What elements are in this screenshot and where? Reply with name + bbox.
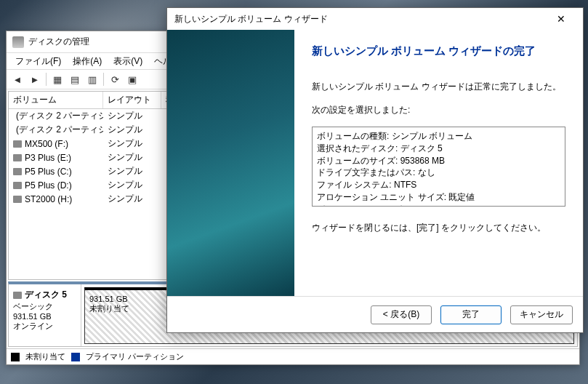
- disk-label: ディスク 5: [25, 289, 67, 301]
- legend-unalloc-icon: [11, 353, 20, 361]
- menu-view[interactable]: 表示(V): [108, 55, 148, 68]
- cancel-button[interactable]: キャンセル: [510, 305, 573, 324]
- wizard-summary-box[interactable]: ボリュームの種類: シンプル ボリューム選択されたディスク: ディスク 5ボリュ…: [312, 127, 565, 207]
- wizard-footer: < 戻る(B) 完了 キャンセル: [167, 296, 583, 332]
- refresh-icon[interactable]: ⟳: [107, 71, 123, 87]
- legend-primary-icon: [71, 353, 80, 361]
- volume-layout: シンプル: [103, 137, 161, 150]
- volume-name: MX500 (F:): [25, 139, 68, 149]
- col-volume[interactable]: ボリューム: [9, 92, 103, 108]
- volume-name: (ディスク 2 パーティシ...: [16, 110, 103, 122]
- drive-icon: [13, 196, 22, 203]
- volume-layout: シンプル: [103, 193, 161, 205]
- volume-layout: シンプル: [103, 124, 161, 136]
- drive-icon: [13, 168, 22, 175]
- finish-button[interactable]: 完了: [440, 305, 502, 324]
- volume-name: P3 Plus (E:): [25, 153, 71, 163]
- wizard-close-msg: ウィザードを閉じるには、[完了] をクリックしてください。: [312, 221, 565, 234]
- toolbar-btn-5[interactable]: ▣: [124, 71, 140, 87]
- drive-icon: [13, 182, 22, 189]
- disk-status: オンライン: [13, 321, 76, 332]
- volume-layout: シンプル: [103, 165, 161, 177]
- wizard-body: 新しいシンプル ボリューム ウィザードの完了 新しいシンプル ボリューム ウィザ…: [167, 30, 583, 296]
- dm-statusbar: 未割り当て プライマリ パーティション: [7, 348, 579, 364]
- wizard-done-msg: 新しいシンプル ボリューム ウィザードは正常に完了しました。: [312, 80, 565, 93]
- summary-line: ボリュームの種類: シンプル ボリューム: [317, 130, 560, 143]
- summary-line: ボリューム ラベル: ボリューム: [317, 204, 560, 207]
- back-icon[interactable]: ◄: [9, 71, 25, 87]
- wizard-titlebar[interactable]: 新しいシンプル ボリューム ウィザード ✕: [167, 8, 583, 30]
- summary-line: ボリュームのサイズ: 953868 MB: [317, 155, 560, 167]
- wizard-main: 新しいシンプル ボリューム ウィザードの完了 新しいシンプル ボリューム ウィザ…: [294, 30, 583, 296]
- forward-icon[interactable]: ►: [27, 71, 43, 87]
- disk-icon: [13, 292, 22, 299]
- volume-layout: シンプル: [103, 151, 161, 164]
- drive-icon: [13, 154, 22, 161]
- menu-file[interactable]: ファイル(F): [9, 55, 67, 68]
- volume-name: (ディスク 2 パーティシ...: [16, 124, 103, 136]
- volume-name: ST2000 (H:): [25, 194, 72, 204]
- wizard-side-graphic: [167, 30, 294, 296]
- back-button[interactable]: < 戻る(B): [371, 305, 432, 324]
- disk-mgmt-icon: [12, 36, 24, 48]
- summary-line: ファイル システム: NTFS: [317, 179, 560, 191]
- volume-name: P5 Plus (C:): [25, 167, 72, 177]
- toolbar-btn-2[interactable]: ▤: [67, 71, 83, 87]
- summary-line: 選択されたディスク: ディスク 5: [317, 143, 560, 155]
- legend-unalloc-label: 未割り当て: [25, 351, 65, 362]
- disk-type: ベーシック: [13, 301, 76, 312]
- summary-line: アロケーション ユニット サイズ: 既定値: [317, 191, 560, 204]
- volume-layout: シンプル: [103, 179, 161, 191]
- summary-line: ドライブ文字またはパス: なし: [317, 167, 560, 179]
- disk-label-box[interactable]: ディスク 5 ベーシック 931.51 GB オンライン: [9, 284, 81, 346]
- toolbar-btn-3[interactable]: ▥: [84, 71, 100, 87]
- simple-volume-wizard: 新しいシンプル ボリューム ウィザード ✕ 新しいシンプル ボリューム ウィザー…: [166, 7, 584, 333]
- volume-name: P5 Plus (D:): [25, 180, 72, 191]
- wizard-heading: 新しいシンプル ボリューム ウィザードの完了: [312, 44, 565, 58]
- menu-action[interactable]: 操作(A): [67, 55, 108, 68]
- col-layout[interactable]: レイアウト: [103, 92, 161, 108]
- volume-layout: シンプル: [103, 110, 161, 122]
- dm-title: ディスクの管理: [28, 36, 89, 48]
- toolbar-btn-1[interactable]: ▦: [49, 71, 65, 87]
- close-icon[interactable]: ✕: [547, 9, 576, 29]
- drive-icon: [13, 140, 22, 148]
- disk-size: 931.51 GB: [13, 312, 76, 321]
- legend-primary-label: プライマリ パーティション: [86, 351, 184, 362]
- wizard-selected-label: 次の設定を選択しました:: [312, 103, 565, 116]
- wizard-title: 新しいシンプル ボリューム ウィザード: [174, 13, 328, 25]
